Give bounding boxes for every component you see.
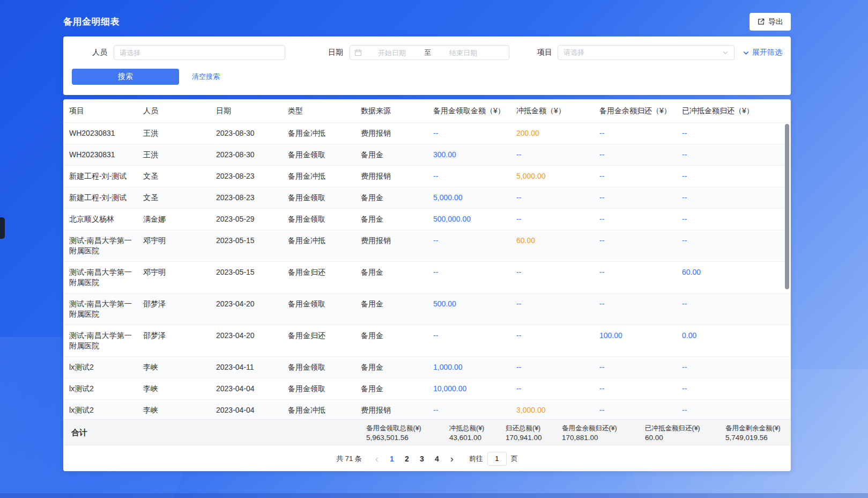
table-row[interactable]: WH20230831王洪2023-08-30备用金冲抵费用报销--200.00-… (63, 123, 791, 144)
cell-project: 测试-南昌大学第一附属医院 (69, 236, 143, 256)
table-header-row: 项目人员日期类型数据来源备用金领取金额（¥）冲抵金额（¥）备用金余额归还（¥）已… (63, 99, 791, 123)
table-row[interactable]: WH20230831王洪2023-08-30备用金领取备用金300.00----… (63, 144, 791, 166)
cell-offset: 5,000.00 (516, 171, 599, 181)
search-button[interactable]: 搜索 (72, 69, 179, 85)
summary-item-label: 冲抵总额(¥) (449, 424, 506, 433)
cell-offset_return: 0.00 (682, 331, 791, 351)
cell-balance_return: 100.00 (599, 331, 682, 351)
sidebar-collapse-handle[interactable] (0, 217, 5, 239)
page-button-1[interactable]: 1 (384, 455, 399, 463)
table-row[interactable]: lx测试2李峡2023-04-11备用金领取备用金1,000.00------ (63, 357, 791, 378)
goto-page-input[interactable] (487, 452, 507, 466)
cell-offset_return: -- (682, 193, 791, 203)
start-date-input[interactable] (363, 49, 421, 57)
end-date-input[interactable] (434, 49, 492, 57)
pagination-goto: 前往 页 (469, 452, 518, 466)
page-button-4[interactable]: 4 (429, 455, 444, 463)
cell-type: 备用金领取 (288, 214, 361, 224)
table-row[interactable]: 新建工程-刘-测试文圣2023-08-23备用金领取备用金5,000.00---… (63, 187, 791, 209)
page-button-2[interactable]: 2 (399, 455, 414, 463)
cell-project: 测试-南昌大学第一附属医院 (69, 267, 143, 288)
cell-offset: -- (516, 150, 599, 160)
column-header: 备用金余额归还（¥） (599, 106, 682, 116)
next-page-button[interactable]: › (444, 454, 459, 464)
cell-withdraw: 500.00 (433, 299, 516, 319)
table-scrollbar-thumb[interactable] (785, 124, 789, 289)
table-row[interactable]: 新建工程-刘-测试文圣2023-08-23备用金冲抵费用报销--5,000.00… (63, 166, 791, 187)
column-header: 数据来源 (361, 106, 433, 116)
cell-offset: 200.00 (516, 128, 599, 138)
clear-search-button[interactable]: 清空搜索 (192, 72, 220, 82)
page-button-3[interactable]: 3 (414, 455, 429, 463)
cell-date: 2023-04-04 (216, 384, 288, 394)
cell-source: 费用报销 (361, 236, 433, 256)
cell-type: 备用金领取 (288, 384, 361, 394)
cell-person: 邓宇明 (143, 267, 216, 288)
cell-type: 备用金冲抵 (288, 405, 361, 415)
cell-withdraw: -- (433, 236, 516, 256)
expand-filters-label: 展开筛选 (752, 48, 782, 57)
cell-withdraw: -- (433, 267, 516, 288)
cell-balance_return: -- (599, 214, 682, 224)
export-button[interactable]: 导出 (750, 13, 791, 31)
cell-source: 备用金 (361, 150, 433, 160)
cell-offset: -- (516, 193, 599, 203)
expand-chevron-icon (743, 49, 750, 56)
bottom-edge-strip (0, 493, 868, 498)
cell-offset: 3,000.00 (516, 405, 599, 415)
cell-source: 备用金 (361, 331, 433, 351)
cell-person: 李峡 (143, 362, 216, 372)
summary-total-label: 合计 (71, 428, 87, 438)
summary-items: 备用金领取总额(¥)5,963,501.56冲抵总额(¥)43,601.00归还… (366, 420, 785, 446)
summary-item: 归还总额(¥)170,941.00 (506, 424, 562, 442)
cell-person: 文圣 (143, 171, 216, 181)
cell-withdraw: 300.00 (433, 150, 516, 160)
export-button-label: 导出 (768, 17, 783, 27)
cell-offset_return: -- (682, 236, 791, 256)
table-row[interactable]: lx测试2李峡2023-04-04备用金冲抵费用报销--3,000.00---- (63, 400, 791, 419)
cell-balance_return: -- (599, 171, 682, 181)
project-filter-select[interactable]: 请选择 (558, 45, 735, 60)
cell-source: 备用金 (361, 214, 433, 224)
table-row[interactable]: 北京顺义杨林满金娜2023-05-29备用金领取备用金500,000.00---… (63, 209, 791, 230)
summary-item-label: 归还总额(¥) (506, 424, 562, 433)
date-filter-label: 日期 (285, 48, 350, 57)
table-row[interactable]: 测试-南昌大学第一附属医院邵梦泽2023-04-20备用金归还备用金----10… (63, 325, 791, 357)
cell-withdraw: 1,000.00 (433, 362, 516, 372)
date-range-picker[interactable]: 至 (350, 45, 509, 60)
person-filter-label: 人员 (72, 48, 114, 57)
cell-project: lx测试2 (69, 384, 143, 394)
cell-offset: -- (516, 384, 599, 394)
cell-offset_return: -- (682, 214, 791, 224)
cell-source: 备用金 (361, 193, 433, 203)
prev-page-button[interactable]: ‹ (369, 454, 384, 464)
cell-withdraw: 5,000.00 (433, 193, 516, 203)
person-filter-input[interactable] (114, 45, 285, 60)
cell-offset: -- (516, 299, 599, 319)
cell-project: lx测试2 (69, 362, 143, 372)
cell-date: 2023-08-30 (216, 150, 288, 160)
cell-type: 备用金归还 (288, 267, 361, 288)
table-row[interactable]: 测试-南昌大学第一附属医院邓宇明2023-05-15备用金冲抵费用报销--60.… (63, 230, 791, 262)
summary-item-label: 备用金领取总额(¥) (366, 424, 449, 433)
column-header: 项目 (69, 106, 143, 116)
cell-offset_return: -- (682, 171, 791, 181)
table-row[interactable]: 测试-南昌大学第一附属医院邓宇明2023-05-15备用金归还备用金------… (63, 262, 791, 294)
cell-source: 费用报销 (361, 405, 433, 415)
cell-person: 王洪 (143, 128, 216, 138)
cell-balance_return: -- (599, 128, 682, 138)
project-select-placeholder: 请选择 (563, 48, 584, 57)
cell-balance_return: -- (599, 267, 682, 288)
cell-offset_return: -- (682, 405, 791, 415)
summary-item: 备用金领取总额(¥)5,963,501.56 (366, 424, 449, 442)
summary-item-value: 5,749,019.56 (725, 433, 785, 442)
export-icon (757, 18, 765, 26)
cell-person: 李峡 (143, 405, 216, 415)
cell-balance_return: -- (599, 299, 682, 319)
table-row[interactable]: 测试-南昌大学第一附属医院邵梦泽2023-04-20备用金领取备用金500.00… (63, 294, 791, 325)
cell-withdraw: -- (433, 171, 516, 181)
column-header: 人员 (143, 106, 216, 116)
table-row[interactable]: lx测试2李峡2023-04-04备用金领取备用金10,000.00------ (63, 378, 791, 400)
cell-balance_return: -- (599, 405, 682, 415)
expand-filters-link[interactable]: 展开筛选 (743, 48, 782, 57)
